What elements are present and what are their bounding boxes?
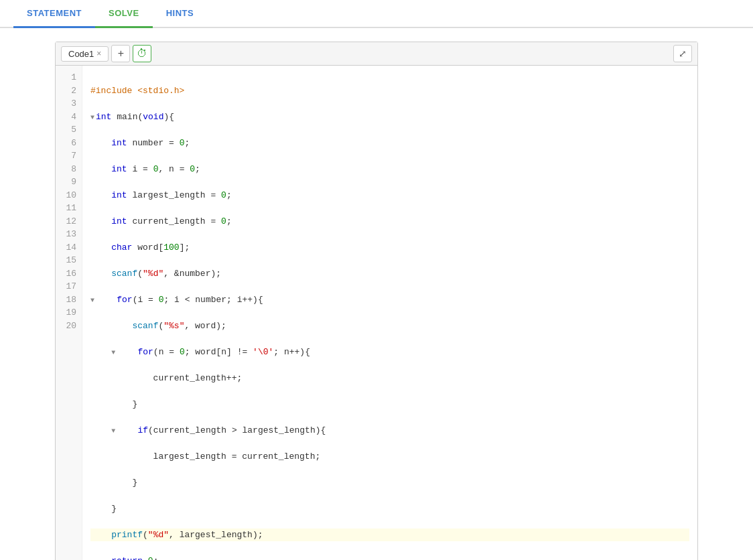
code-editor[interactable]: 1 2 3 4 5 6 7 8 9 10 11 12 13 14 15 16 1… <box>56 66 697 560</box>
toolbar-left: Code1 × + ⏱ <box>61 45 151 62</box>
add-file-button[interactable]: + <box>111 45 130 62</box>
tab-solve[interactable]: SOLVE <box>95 0 153 28</box>
code-tab-label: Code1 <box>68 49 94 59</box>
code-text[interactable]: #include <stdio.h> ▼int main(void){ int … <box>82 66 697 560</box>
fullscreen-button[interactable]: ⤢ <box>673 45 692 62</box>
main-content: Code1 × + ⏱ ⤢ 1 2 3 4 5 6 <box>0 28 753 560</box>
clock-icon: ⏱ <box>137 48 147 60</box>
top-navigation: STATEMENT SOLVE HINTS <box>0 0 753 28</box>
close-tab-icon[interactable]: × <box>96 49 101 58</box>
fullscreen-icon: ⤢ <box>679 48 687 59</box>
timer-button[interactable]: ⏱ <box>133 45 151 62</box>
line-numbers: 1 2 3 4 5 6 7 8 9 10 11 12 13 14 15 16 1… <box>56 66 82 560</box>
tab-statement[interactable]: STATEMENT <box>13 0 95 28</box>
editor-toolbar: Code1 × + ⏱ ⤢ <box>56 42 697 66</box>
add-icon: + <box>118 48 124 60</box>
tab-hints[interactable]: HINTS <box>153 0 208 28</box>
editor-container: Code1 × + ⏱ ⤢ 1 2 3 4 5 6 <box>55 42 698 560</box>
code-tab[interactable]: Code1 × <box>61 46 109 62</box>
